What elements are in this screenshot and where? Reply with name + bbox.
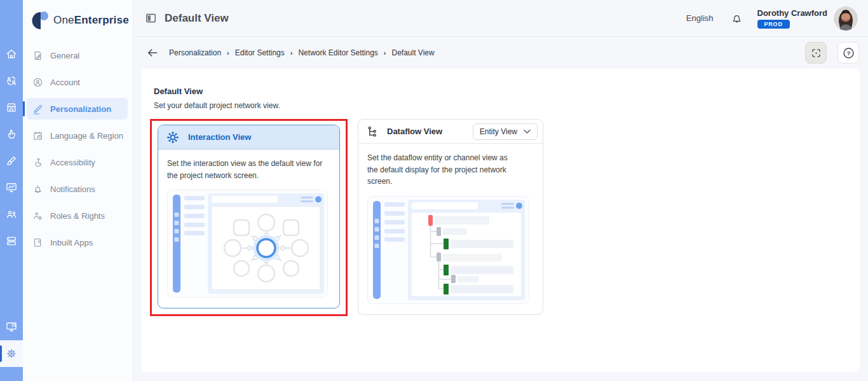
dataflow-view-body: Set the dataflow entity or channel view …: [358, 144, 543, 314]
sidebar-item-roles-rights[interactable]: Roles & Rights: [27, 205, 128, 226]
sidebar-item-general[interactable]: General: [27, 45, 128, 66]
help-button[interactable]: ?: [837, 42, 859, 64]
breadcrumb-item[interactable]: Network Editor Settings: [298, 48, 377, 57]
sidebar-item-label: Inbuilt Apps: [50, 238, 93, 247]
brand-logo: OneEnterprise: [23, 6, 133, 41]
breadcrumb: Personalization › Editor Settings › Netw…: [169, 48, 435, 57]
section-subtitle: Set your default project network view.: [154, 101, 844, 110]
paintbrush-icon[interactable]: [0, 148, 23, 174]
touch-icon[interactable]: [0, 121, 23, 148]
dataflow-view-card[interactable]: Dataflow View Entity View Set the datafl…: [358, 119, 543, 315]
breadcrumb-item[interactable]: Editor Settings: [235, 48, 285, 57]
breadcrumb-separator: ›: [384, 49, 386, 57]
monitor-grid-icon[interactable]: [0, 314, 23, 340]
sidebar-item-label: General: [50, 51, 79, 60]
view-options: Interaction View Set the interaction vie…: [154, 119, 844, 316]
user-name: Dorothy Crawford: [757, 8, 828, 18]
app-root: OneEnterprise General Account Personaliz…: [0, 0, 868, 381]
topbar: Default View English Dorothy Crawford PR…: [133, 0, 868, 37]
calendar-clock-icon: [32, 130, 43, 141]
interaction-view-description: Set the interaction view as the default …: [167, 158, 330, 181]
pencil-icon: [32, 104, 43, 114]
fullscreen-button[interactable]: [805, 42, 827, 64]
settings-sidebar: OneEnterprise General Account Personaliz…: [23, 0, 133, 381]
store-icon[interactable]: [0, 94, 23, 121]
breadcrumb-row: Personalization › Editor Settings › Netw…: [133, 37, 868, 69]
breadcrumb-item[interactable]: Personalization: [169, 48, 221, 57]
home-icon[interactable]: [0, 41, 23, 67]
main-area: Default View English Dorothy Crawford PR…: [133, 0, 868, 381]
sidebar-item-label: Personalization: [50, 104, 111, 114]
page-title: Default View: [165, 12, 229, 25]
sidebar-item-inbuilt-apps[interactable]: Inbuilt Apps: [27, 232, 128, 253]
environment-badge: PROD: [757, 20, 790, 29]
back-arrow-icon[interactable]: [146, 46, 159, 59]
content-panel: Default View Set your default project ne…: [141, 69, 860, 372]
sidebar-item-label: Roles & Rights: [50, 211, 105, 221]
dataflow-mode-select[interactable]: Entity View: [473, 123, 538, 140]
breadcrumb-actions: ?: [805, 42, 859, 64]
dataflow-mode-value: Entity View: [480, 127, 517, 136]
sidebar-item-personalization[interactable]: Personalization: [27, 98, 128, 120]
section-title: Default View: [154, 87, 844, 96]
dataflow-tree-icon: [366, 125, 379, 139]
settings-menu: General Account Personalization Language…: [23, 41, 133, 253]
users-icon[interactable]: [0, 201, 23, 228]
sidebar-item-notifications[interactable]: Notifications: [27, 178, 128, 200]
panel-toggle-icon[interactable]: [145, 12, 157, 24]
dataflow-view-title: Dataflow View: [387, 127, 442, 136]
user-block[interactable]: Dorothy Crawford PROD: [757, 8, 828, 29]
interaction-view-body: Set the interaction view as the default …: [158, 149, 339, 308]
svg-text:?: ?: [846, 50, 850, 57]
breadcrumb-separator: ›: [227, 49, 229, 57]
dataflow-view-illustration: [367, 196, 529, 304]
dataflow-view-description: Set the dataflow entity or channel view …: [367, 152, 520, 188]
accessibility-icon: [32, 157, 43, 168]
monitor-chart-icon[interactable]: [0, 174, 23, 201]
document-edit-icon: [32, 50, 43, 61]
annotation-highlight: Interaction View Set the interaction vie…: [150, 119, 348, 316]
sidebar-item-label: Notifications: [50, 184, 95, 194]
avatar[interactable]: [834, 6, 858, 31]
notification-bell-icon[interactable]: [730, 11, 743, 25]
person-gear-icon: [32, 211, 43, 221]
topbar-right: English Dorothy Crawford PROD: [686, 6, 858, 31]
sidebar-item-label: Accessibility: [50, 158, 95, 167]
interaction-view-card[interactable]: Interaction View Set the interaction vie…: [158, 125, 340, 308]
team-sync-icon[interactable]: [0, 67, 23, 94]
server-icon[interactable]: [0, 228, 23, 254]
sidebar-item-account[interactable]: Account: [27, 71, 128, 93]
bell-icon: [32, 184, 43, 195]
interaction-hub-icon: [166, 130, 180, 144]
interaction-view-header: Interaction View: [158, 125, 339, 149]
sidebar-item-label: Language & Region: [50, 131, 123, 141]
account-icon: [32, 77, 43, 88]
interaction-view-title: Interaction View: [188, 132, 251, 142]
sidebar-item-accessibility[interactable]: Accessibility: [27, 151, 128, 173]
strip-bottom-group: [0, 314, 23, 381]
breadcrumb-item-current: Default View: [392, 48, 435, 57]
apps-icon: [32, 237, 43, 248]
sidebar-item-language-region[interactable]: Language & Region: [27, 125, 128, 146]
breadcrumb-separator: ›: [290, 49, 293, 57]
dataflow-view-header: Dataflow View Entity View: [358, 120, 543, 144]
sidebar-item-label: Account: [50, 78, 80, 87]
settings-gear-icon[interactable]: [0, 340, 23, 367]
language-selector[interactable]: English: [686, 13, 714, 23]
brand-logo-text: OneEnterprise: [53, 14, 129, 27]
interaction-view-illustration: [167, 190, 328, 298]
module-strip: [0, 0, 23, 381]
brand-logo-mark: [31, 9, 52, 32]
chevron-down-icon: [524, 129, 531, 134]
